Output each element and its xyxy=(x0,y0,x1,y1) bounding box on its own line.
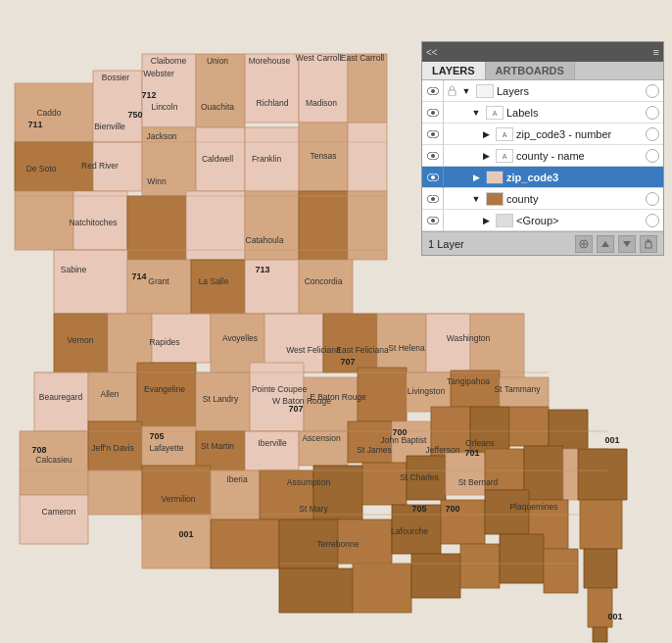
svg-text:Catahoula: Catahoula xyxy=(246,235,284,245)
eye-icon-county-name[interactable] xyxy=(422,145,444,167)
lock-icon-zip-number xyxy=(444,124,459,145)
svg-point-184 xyxy=(431,132,435,136)
layer-visibility-circle-labels[interactable] xyxy=(646,106,659,120)
svg-marker-198 xyxy=(601,241,609,247)
svg-text:Ascension: Ascension xyxy=(302,433,340,443)
layer-visibility-circle-layers[interactable] xyxy=(646,84,659,98)
svg-marker-82 xyxy=(500,534,544,583)
layer-visibility-circle-zip-number[interactable] xyxy=(646,127,659,141)
svg-marker-199 xyxy=(623,241,631,247)
svg-text:St Tammany: St Tammany xyxy=(494,384,541,394)
svg-text:Rapides: Rapides xyxy=(149,337,179,347)
layer-thumbnail-zip-code3 xyxy=(486,171,504,184)
eye-icon-layers[interactable] xyxy=(422,80,444,102)
eye-icon-county[interactable] xyxy=(422,188,444,210)
panel-footer: 1 Layer xyxy=(422,231,663,255)
layer-visibility-circle-group[interactable] xyxy=(646,214,659,227)
tab-artboards[interactable]: ARTBOARDS xyxy=(486,62,575,79)
svg-text:Evangeline: Evangeline xyxy=(144,384,185,394)
svg-point-194 xyxy=(431,219,435,223)
svg-text:La Salle: La Salle xyxy=(199,276,229,286)
svg-text:Union: Union xyxy=(207,56,228,66)
layer-label-labels: Labels xyxy=(506,107,644,119)
svg-marker-15 xyxy=(15,191,73,250)
svg-text:Concordia: Concordia xyxy=(305,276,343,286)
svg-marker-68 xyxy=(524,446,563,500)
eye-icon-zip-number[interactable] xyxy=(422,124,444,145)
svg-marker-81 xyxy=(460,544,500,588)
layer-label-county: county xyxy=(506,193,644,205)
svg-text:Richland: Richland xyxy=(256,98,288,108)
svg-text:St Mary: St Mary xyxy=(299,504,328,514)
layer-label-county-name: county - name xyxy=(516,150,644,162)
svg-text:001: 001 xyxy=(607,612,622,621)
layer-count-label: 1 Layer xyxy=(428,238,464,250)
svg-text:Tangipahoa: Tangipahoa xyxy=(447,376,490,386)
panel-collapse-icon[interactable]: << xyxy=(426,47,438,58)
svg-text:708: 708 xyxy=(31,445,46,455)
layer-row-layers[interactable]: ▼ Layers xyxy=(422,80,663,102)
svg-point-192 xyxy=(431,197,435,201)
move-layer-up-icon[interactable] xyxy=(597,235,614,253)
svg-marker-26 xyxy=(299,260,353,314)
svg-text:Livingston: Livingston xyxy=(408,386,446,396)
svg-text:St James: St James xyxy=(357,445,391,455)
svg-text:Natchitoches: Natchitoches xyxy=(69,218,117,227)
layer-visibility-circle-zip-code3[interactable] xyxy=(646,171,659,184)
svg-text:Assumption: Assumption xyxy=(287,477,331,487)
layer-visibility-circle-county-name[interactable] xyxy=(646,149,659,163)
svg-marker-23 xyxy=(127,260,191,314)
eye-icon-group[interactable] xyxy=(422,210,444,231)
layers-content: ▼ Layers ▼ A Labels xyxy=(422,80,663,231)
delete-layer-icon[interactable] xyxy=(640,235,657,253)
panel-menu-icon[interactable]: ≡ xyxy=(653,46,659,58)
svg-text:Lafourche: Lafourche xyxy=(391,526,428,536)
svg-text:700: 700 xyxy=(392,427,407,437)
svg-text:West Feliciana: West Feliciana xyxy=(286,345,341,355)
svg-text:001: 001 xyxy=(604,435,619,445)
svg-text:A: A xyxy=(493,110,498,117)
tab-layers[interactable]: LAYERS xyxy=(422,62,486,79)
svg-marker-83 xyxy=(544,549,578,593)
layer-row-county-name[interactable]: ▶ A county - name xyxy=(422,145,663,167)
svg-text:Avoyelles: Avoyelles xyxy=(222,333,258,343)
svg-text:Vermilion: Vermilion xyxy=(162,494,196,504)
svg-text:A: A xyxy=(503,153,507,160)
svg-point-190 xyxy=(431,175,435,179)
panel-tabs: LAYERS ARTBOARDS xyxy=(422,62,663,80)
expand-icon-county-name[interactable]: ▶ xyxy=(479,145,493,167)
new-layer-icon[interactable] xyxy=(575,235,593,253)
svg-text:Tensas: Tensas xyxy=(311,151,337,161)
svg-text:Bienville: Bienville xyxy=(94,122,125,131)
eye-icon-labels[interactable] xyxy=(422,102,444,124)
svg-marker-76 xyxy=(485,490,529,534)
expand-icon-layers[interactable]: ▼ xyxy=(459,80,473,102)
layer-row-labels[interactable]: ▼ A Labels xyxy=(422,102,663,124)
svg-marker-66 xyxy=(446,453,485,495)
expand-icon-labels[interactable]: ▼ xyxy=(469,102,483,124)
svg-text:Jeff'n Davis: Jeff'n Davis xyxy=(91,443,134,453)
eye-icon-zip-code3[interactable] xyxy=(422,167,444,188)
layer-row-county[interactable]: ▼ county xyxy=(422,188,663,210)
svg-marker-21 xyxy=(348,191,387,260)
expand-icon-county[interactable]: ▼ xyxy=(469,188,483,210)
layer-visibility-circle-county[interactable] xyxy=(646,192,659,206)
expand-icon-group[interactable]: ▶ xyxy=(479,210,493,231)
svg-text:St Charles: St Charles xyxy=(400,472,439,482)
svg-marker-60 xyxy=(142,466,211,519)
expand-icon-zip-code3[interactable]: ▶ xyxy=(469,167,483,188)
expand-icon-zip-number[interactable]: ▶ xyxy=(479,124,493,145)
svg-text:Caldwell: Caldwell xyxy=(202,154,233,164)
layer-row-group[interactable]: ▶ <Group> xyxy=(422,210,663,231)
svg-text:Winn: Winn xyxy=(147,176,167,186)
svg-text:Caddo: Caddo xyxy=(36,108,61,118)
layer-row-zip-number[interactable]: ▶ A zip_code3 - number xyxy=(422,124,663,145)
svg-text:Vernon: Vernon xyxy=(68,335,94,345)
svg-text:Beauregard: Beauregard xyxy=(39,392,83,402)
layer-row-zip-code3[interactable]: ▶ zip_code3 xyxy=(422,167,663,188)
svg-marker-25 xyxy=(245,260,299,314)
svg-text:Jefferson: Jefferson xyxy=(426,445,460,455)
svg-text:Washington: Washington xyxy=(447,333,491,343)
layer-thumbnail-group xyxy=(496,214,513,227)
move-layer-down-icon[interactable] xyxy=(618,235,636,253)
